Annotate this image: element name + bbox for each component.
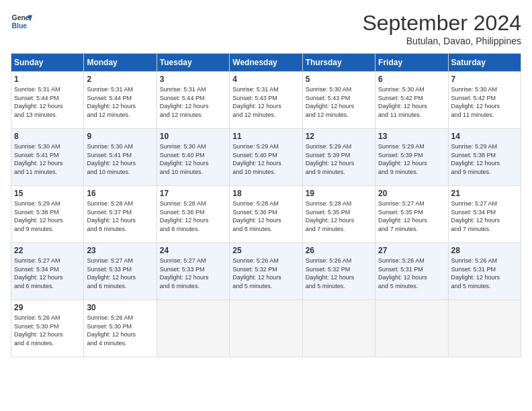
day-info: Sunrise: 5:29 AM Sunset: 5:39 PM Dayligh… [306,142,372,176]
day-number: 2 [87,75,153,84]
day-cell-20: 20 Sunrise: 5:27 AM Sunset: 5:35 PM Dayl… [375,186,448,243]
day-cell-16: 16 Sunrise: 5:28 AM Sunset: 5:37 PM Dayl… [84,186,157,243]
day-cell-5: 5 Sunrise: 5:30 AM Sunset: 5:43 PM Dayli… [302,72,375,129]
day-cell-15: 15 Sunrise: 5:29 AM Sunset: 5:38 PM Dayl… [11,186,84,243]
day-info: Sunrise: 5:27 AM Sunset: 5:34 PM Dayligh… [451,199,518,233]
day-number: 13 [378,132,445,141]
header-tuesday: Tuesday [157,54,229,72]
day-info: Sunrise: 5:30 AM Sunset: 5:42 PM Dayligh… [378,85,445,119]
day-info: Sunrise: 5:26 AM Sunset: 5:30 PM Dayligh… [87,314,153,347]
calendar-week: 15 Sunrise: 5:29 AM Sunset: 5:38 PM Dayl… [11,186,521,243]
calendar-week: 22 Sunrise: 5:27 AM Sunset: 5:34 PM Dayl… [11,243,521,300]
empty-cell [157,300,229,357]
day-info: Sunrise: 5:27 AM Sunset: 5:33 PM Dayligh… [160,257,226,290]
weekday-header-row: Sunday Monday Tuesday Wednesday Thursday… [11,54,521,72]
day-info: Sunrise: 5:29 AM Sunset: 5:38 PM Dayligh… [14,199,81,233]
empty-cell [448,300,521,357]
day-info: Sunrise: 5:31 AM Sunset: 5:44 PM Dayligh… [87,85,153,119]
header-friday: Friday [375,54,448,72]
day-number: 30 [87,303,153,312]
day-number: 12 [306,132,372,141]
day-cell-29: 29 Sunrise: 5:26 AM Sunset: 5:30 PM Dayl… [11,300,84,357]
logo-icon: General Blue [11,11,32,32]
day-number: 23 [87,246,153,255]
calendar-week: 29 Sunrise: 5:26 AM Sunset: 5:30 PM Dayl… [11,300,521,357]
day-info: Sunrise: 5:26 AM Sunset: 5:32 PM Dayligh… [306,257,372,290]
day-info: Sunrise: 5:27 AM Sunset: 5:35 PM Dayligh… [378,199,445,233]
day-number: 14 [451,132,518,141]
day-number: 18 [232,189,299,198]
day-number: 21 [451,189,518,198]
day-info: Sunrise: 5:28 AM Sunset: 5:37 PM Dayligh… [87,199,153,233]
day-info: Sunrise: 5:28 AM Sunset: 5:36 PM Dayligh… [160,199,226,233]
calendar-week: 8 Sunrise: 5:30 AM Sunset: 5:41 PM Dayli… [11,129,521,186]
day-info: Sunrise: 5:30 AM Sunset: 5:41 PM Dayligh… [14,142,81,176]
day-number: 6 [378,75,445,84]
header-wednesday: Wednesday [230,54,302,72]
day-cell-8: 8 Sunrise: 5:30 AM Sunset: 5:41 PM Dayli… [11,129,84,186]
day-number: 24 [160,246,226,255]
day-number: 16 [87,189,153,198]
day-cell-1: 1 Sunrise: 5:31 AM Sunset: 5:44 PM Dayli… [11,72,84,129]
header-monday: Monday [84,54,157,72]
day-cell-18: 18 Sunrise: 5:28 AM Sunset: 5:36 PM Dayl… [230,186,302,243]
location: Butulan, Davao, Philippines [362,36,521,46]
day-number: 28 [451,246,518,255]
day-number: 10 [160,132,226,141]
day-number: 26 [306,246,372,255]
day-cell-10: 10 Sunrise: 5:30 AM Sunset: 5:40 PM Dayl… [157,129,229,186]
day-cell-27: 27 Sunrise: 5:26 AM Sunset: 5:31 PM Dayl… [375,243,448,300]
day-info: Sunrise: 5:27 AM Sunset: 5:34 PM Dayligh… [14,257,81,290]
day-info: Sunrise: 5:31 AM Sunset: 5:44 PM Dayligh… [14,85,81,119]
day-cell-21: 21 Sunrise: 5:27 AM Sunset: 5:34 PM Dayl… [448,186,521,243]
day-info: Sunrise: 5:27 AM Sunset: 5:33 PM Dayligh… [87,257,153,290]
day-number: 19 [306,189,372,198]
day-number: 9 [87,132,153,141]
day-cell-14: 14 Sunrise: 5:29 AM Sunset: 5:38 PM Dayl… [448,129,521,186]
day-cell-9: 9 Sunrise: 5:30 AM Sunset: 5:41 PM Dayli… [84,129,157,186]
day-cell-30: 30 Sunrise: 5:26 AM Sunset: 5:30 PM Dayl… [84,300,157,357]
empty-cell [230,300,302,357]
day-number: 4 [232,75,299,84]
day-number: 22 [14,246,81,255]
day-number: 29 [14,303,81,312]
header-thursday: Thursday [302,54,375,72]
day-cell-28: 28 Sunrise: 5:26 AM Sunset: 5:31 PM Dayl… [448,243,521,300]
day-cell-11: 11 Sunrise: 5:29 AM Sunset: 5:40 PM Dayl… [230,129,302,186]
calendar-table: Sunday Monday Tuesday Wednesday Thursday… [11,53,521,357]
empty-cell [302,300,375,357]
calendar-week: 1 Sunrise: 5:31 AM Sunset: 5:44 PM Dayli… [11,72,521,129]
day-cell-12: 12 Sunrise: 5:29 AM Sunset: 5:39 PM Dayl… [302,129,375,186]
day-info: Sunrise: 5:30 AM Sunset: 5:40 PM Dayligh… [160,142,226,176]
day-number: 7 [451,75,518,84]
day-number: 5 [306,75,372,84]
empty-cell [375,300,448,357]
day-number: 1 [14,75,81,84]
title-block: September 2024 Butulan, Davao, Philippin… [362,11,521,46]
header-saturday: Saturday [448,54,521,72]
day-info: Sunrise: 5:26 AM Sunset: 5:31 PM Dayligh… [378,257,445,290]
day-cell-17: 17 Sunrise: 5:28 AM Sunset: 5:36 PM Dayl… [157,186,229,243]
day-cell-23: 23 Sunrise: 5:27 AM Sunset: 5:33 PM Dayl… [84,243,157,300]
day-info: Sunrise: 5:26 AM Sunset: 5:30 PM Dayligh… [14,314,81,347]
day-info: Sunrise: 5:30 AM Sunset: 5:43 PM Dayligh… [306,85,372,119]
day-info: Sunrise: 5:28 AM Sunset: 5:36 PM Dayligh… [232,199,299,233]
day-cell-3: 3 Sunrise: 5:31 AM Sunset: 5:44 PM Dayli… [157,72,229,129]
day-cell-4: 4 Sunrise: 5:31 AM Sunset: 5:43 PM Dayli… [230,72,302,129]
day-info: Sunrise: 5:29 AM Sunset: 5:40 PM Dayligh… [232,142,299,176]
day-number: 20 [378,189,445,198]
header-sunday: Sunday [11,54,84,72]
day-cell-7: 7 Sunrise: 5:30 AM Sunset: 5:42 PM Dayli… [448,72,521,129]
day-number: 11 [232,132,299,141]
day-cell-6: 6 Sunrise: 5:30 AM Sunset: 5:42 PM Dayli… [375,72,448,129]
day-info: Sunrise: 5:31 AM Sunset: 5:44 PM Dayligh… [160,85,226,119]
logo: General Blue [11,11,32,32]
day-cell-19: 19 Sunrise: 5:28 AM Sunset: 5:35 PM Dayl… [302,186,375,243]
svg-text:Blue: Blue [12,22,28,30]
day-cell-24: 24 Sunrise: 5:27 AM Sunset: 5:33 PM Dayl… [157,243,229,300]
day-cell-26: 26 Sunrise: 5:26 AM Sunset: 5:32 PM Dayl… [302,243,375,300]
day-number: 25 [232,246,299,255]
page-header: General Blue September 2024 Butulan, Dav… [11,11,521,46]
day-cell-25: 25 Sunrise: 5:26 AM Sunset: 5:32 PM Dayl… [230,243,302,300]
day-info: Sunrise: 5:26 AM Sunset: 5:31 PM Dayligh… [451,257,518,290]
